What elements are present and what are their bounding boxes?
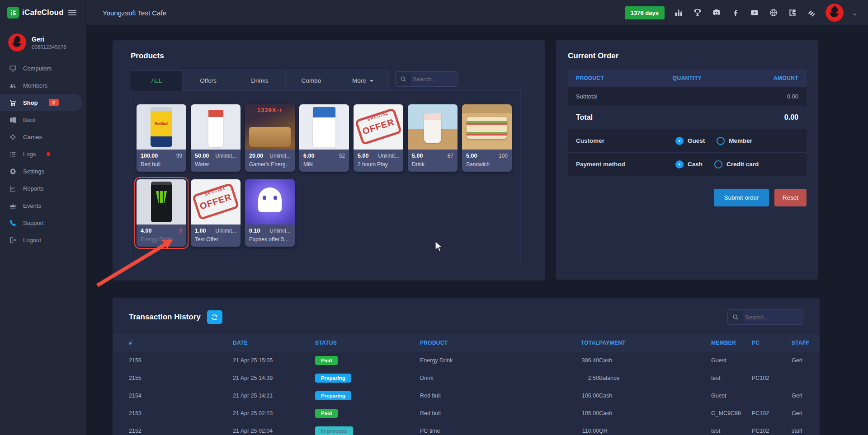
- product-art-shape: [208, 107, 223, 147]
- icafecloud-logo-icon: [7, 7, 19, 19]
- tab-all[interactable]: ALL: [131, 70, 183, 91]
- column-header-payment: PAYMENT: [599, 340, 711, 346]
- product-name: Water: [195, 161, 236, 168]
- user-avatar[interactable]: [826, 4, 844, 22]
- cell-payment: Cash: [599, 410, 711, 416]
- product-price: 6.00: [303, 153, 314, 159]
- product-price: 20.00: [249, 153, 263, 159]
- cell-payment: Balance: [599, 375, 711, 381]
- refresh-button[interactable]: [207, 310, 222, 324]
- sidebar-item-boot[interactable]: Boot: [0, 111, 86, 128]
- sidebar-item-support[interactable]: Support: [0, 214, 86, 231]
- product-card[interactable]: 6.0052Milk: [299, 104, 349, 172]
- product-price: 0.10: [249, 228, 260, 234]
- sidebar-item-games[interactable]: Games: [0, 128, 86, 145]
- radio-unselected[interactable]: [717, 137, 725, 145]
- product-price-row: 0.10Unlimit...: [249, 228, 291, 234]
- hamburger-menu-icon[interactable]: [66, 8, 78, 17]
- transaction-history-title: Transaction History: [129, 313, 201, 322]
- radio-selected[interactable]: [675, 160, 684, 168]
- sidebar-item-computers[interactable]: Computers: [0, 60, 86, 77]
- product-card[interactable]: 0.10Unlimit...Expires offer 5...: [245, 179, 295, 247]
- tab-label: ALL: [151, 77, 162, 84]
- total-label: Total: [576, 113, 593, 122]
- sidebar-item-members[interactable]: Members: [0, 77, 86, 94]
- table-row: 215621 Apr 25 15:05PaidEnergy Drink386.4…: [113, 352, 820, 370]
- sidebar-item-label: Logout: [23, 237, 41, 243]
- payment-option-cash[interactable]: Cash: [675, 160, 703, 168]
- payment-method-label: Payment method: [576, 161, 675, 168]
- order-col-amount: AMOUNT: [724, 75, 798, 81]
- product-art-shape: [249, 127, 291, 147]
- product-card[interactable]: 5.00100Sandwich: [462, 104, 512, 172]
- sidebar-item-label: Logs: [23, 151, 36, 158]
- subscription-days-badge[interactable]: 1376 days: [625, 6, 665, 19]
- sidebar-item-events[interactable]: Events: [0, 197, 86, 214]
- tab-combo[interactable]: Combo: [285, 70, 337, 91]
- cell-id: 2153: [129, 410, 233, 416]
- customer-option-member[interactable]: Member: [717, 137, 752, 145]
- globe-icon[interactable]: [769, 8, 778, 18]
- radio-selected[interactable]: [675, 137, 684, 145]
- product-stock: Unlimit...: [215, 228, 236, 234]
- sidebar-item-logout[interactable]: Logout: [0, 231, 86, 248]
- reset-button[interactable]: Reset: [774, 189, 807, 206]
- ranking-icon[interactable]: [674, 8, 684, 18]
- order-col-quantity: QUANTITY: [650, 75, 724, 81]
- games-icon: [9, 133, 17, 141]
- product-name: Sandwich: [466, 161, 508, 168]
- product-price-row: 6.0052: [303, 153, 345, 159]
- youtube-icon[interactable]: [750, 8, 760, 18]
- cell-staff: Geri: [792, 393, 803, 399]
- top-bar-brand-zone: iCafeCloud: [0, 0, 86, 25]
- product-stock: 100: [499, 153, 508, 159]
- product-card[interactable]: RedBull100.0099Red bull: [137, 104, 186, 172]
- customer-option-guest[interactable]: Guest: [675, 137, 705, 145]
- sidebar-item-reports[interactable]: Reports: [0, 180, 86, 197]
- cell-status: Paid: [315, 356, 420, 365]
- product-card[interactable]: 50.00Unlimit...Water: [191, 104, 241, 172]
- chevron-down-icon[interactable]: [853, 10, 857, 15]
- transactions-search-input[interactable]: [743, 314, 803, 321]
- discord-icon[interactable]: [712, 8, 722, 18]
- product-card-footer: 100.0099Red bull: [137, 150, 186, 172]
- sidebar-item-settings[interactable]: Settings: [0, 163, 86, 180]
- radio-unselected[interactable]: [714, 160, 722, 168]
- submit-order-button[interactable]: Submit order: [714, 189, 769, 206]
- cell-total: 105.00: [564, 393, 599, 399]
- tab-more[interactable]: More: [337, 70, 389, 91]
- product-image: [245, 179, 295, 225]
- sidebar-item-shop[interactable]: Shop2: [0, 94, 82, 111]
- product-stock: Unlimit...: [378, 153, 399, 159]
- events-icon: [9, 202, 17, 210]
- product-card-footer: 5.00100Sandwich: [462, 150, 512, 172]
- tab-label: More: [352, 77, 366, 84]
- products-search-input[interactable]: [411, 76, 457, 83]
- icafecloud-icon[interactable]: [788, 8, 797, 18]
- radio-label: Member: [729, 137, 752, 144]
- product-art-shape: [192, 182, 240, 220]
- tab-drinks[interactable]: Drinks: [234, 70, 286, 91]
- facebook-icon[interactable]: [731, 8, 741, 18]
- product-card[interactable]: SPECIALOFFER1.00Unlimit...Test Offer: [191, 179, 241, 247]
- product-name: Test Offer: [195, 236, 236, 243]
- cell-status: In process: [315, 426, 420, 435]
- sidebar-item-label: Games: [23, 134, 42, 140]
- app-logo[interactable]: iCafeCloud: [7, 7, 64, 19]
- support-icon: [9, 219, 17, 227]
- product-card-footer: 6.0052Milk: [299, 150, 349, 172]
- product-card[interactable]: 1339X-+20.00Unlimit...Gamer's Energ...: [245, 104, 295, 172]
- payment-option-credit-card[interactable]: Credit card: [714, 160, 759, 168]
- layers-icon[interactable]: [807, 8, 816, 18]
- user-phone: 008612345678: [32, 44, 66, 50]
- cell-member: test: [711, 375, 752, 381]
- trophy-icon[interactable]: [693, 8, 703, 18]
- sidebar-item-logs[interactable]: Logs: [0, 145, 86, 163]
- product-card-footer: 5.0087Drink: [408, 150, 458, 172]
- product-card[interactable]: 4.000Energy Drink: [137, 179, 186, 247]
- column-header-staff: STAFF: [792, 340, 809, 346]
- tab-offers[interactable]: Offers: [182, 70, 234, 91]
- product-card[interactable]: SPECIALOFFER5.00Unlimit...2 hours Play: [354, 104, 403, 172]
- cell-product: Red bull: [420, 410, 564, 416]
- product-card[interactable]: 5.0087Drink: [408, 104, 458, 172]
